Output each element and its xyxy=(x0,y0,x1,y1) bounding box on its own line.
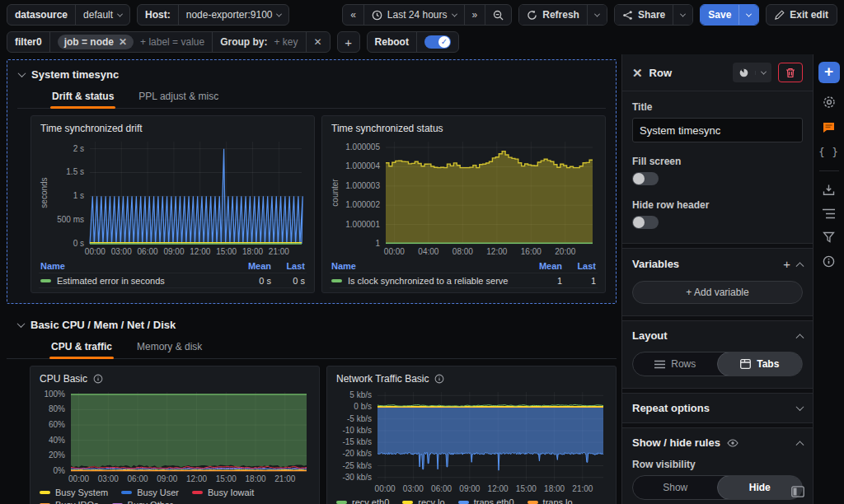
panel-time-synchronized-drift[interactable]: Time synchronized drift 00:0003:0006:000… xyxy=(30,115,315,293)
save-dropdown[interactable] xyxy=(738,5,758,25)
fill-screen-toggle[interactable] xyxy=(632,172,659,185)
layout-tabs-option[interactable]: Tabs xyxy=(717,352,804,376)
visibility-show-option[interactable]: Show xyxy=(633,476,718,499)
info-circle-icon[interactable] xyxy=(823,255,835,268)
panel-network-traffic-basic[interactable]: Network Traffic Basic 00:0003:0006:0009:… xyxy=(326,366,617,504)
status-chart[interactable]: 00:0004:0008:0012:0016:0020:0011.0000011… xyxy=(330,137,598,257)
legend-item[interactable]: Busy Iowait xyxy=(192,488,254,497)
legend-item[interactable]: recv lo xyxy=(402,497,444,504)
clear-filters-button[interactable]: ✕ xyxy=(307,32,330,52)
add-variable-button[interactable]: + Add variable xyxy=(632,281,803,304)
time-back-button[interactable]: « xyxy=(343,5,364,25)
reboot-toggle[interactable] xyxy=(424,35,451,49)
legend-item[interactable]: recv eth0 xyxy=(336,497,389,504)
row-system-timesync[interactable]: System timesync Drift & status PPL adjus… xyxy=(7,59,617,304)
svg-text:-5 kb/s: -5 kb/s xyxy=(347,414,372,423)
layout-rows-option[interactable]: Rows xyxy=(633,352,718,376)
chevron-up-icon xyxy=(796,441,804,449)
svg-text:0 b/s: 0 b/s xyxy=(354,402,372,411)
time-range-picker[interactable]: Last 24 hours xyxy=(364,5,465,25)
tab-ppl-adjust[interactable]: PPL adjust & misc xyxy=(137,86,220,108)
row-basic-cpu[interactable]: Basic CPU / Mem / Net / Disk CPU & traff… xyxy=(7,315,617,504)
row-title[interactable]: System timesync xyxy=(31,68,119,81)
chevron-up-icon xyxy=(796,334,804,342)
row-collapse-icon[interactable] xyxy=(17,320,26,328)
clock-icon xyxy=(372,10,382,21)
host-picker[interactable]: Host: node-exporter:9100 xyxy=(137,4,289,26)
share-button[interactable]: Share xyxy=(615,5,673,25)
hide-row-header-toggle[interactable] xyxy=(632,216,659,229)
refresh-button[interactable]: Refresh xyxy=(519,5,587,25)
legend-item[interactable]: Busy IRQs xyxy=(40,500,99,504)
show-hide-rules-header[interactable]: Show / hide rules xyxy=(622,428,813,457)
legend-item[interactable]: trans eth0 xyxy=(458,497,514,504)
add-panel-button[interactable]: + xyxy=(818,62,840,83)
legend-col-mean[interactable]: Mean xyxy=(223,261,271,271)
duplicate-button[interactable] xyxy=(733,68,755,78)
json-braces-icon[interactable]: { } xyxy=(818,147,839,158)
chevron-down-icon xyxy=(761,68,767,74)
zoom-out-button[interactable] xyxy=(485,5,511,25)
row-collapse-icon[interactable] xyxy=(18,69,26,77)
panel-title[interactable]: Time synchronized status xyxy=(331,123,598,134)
legend-col-mean[interactable]: Mean xyxy=(514,261,562,271)
collapse-pane-icon[interactable] xyxy=(791,486,804,497)
legend-row[interactable]: Estimated error in seconds 0 s 0 s xyxy=(39,273,307,287)
legend-item[interactable]: Busy System xyxy=(40,488,108,497)
drift-chart[interactable]: 00:0003:0006:0009:0012:0015:0018:0021:00… xyxy=(39,137,307,257)
variables-section-header[interactable]: Variables + xyxy=(622,249,813,279)
comment-icon[interactable] xyxy=(822,121,836,134)
close-pane-icon[interactable]: ✕ xyxy=(632,67,643,79)
outline-list-icon[interactable] xyxy=(823,208,835,219)
panel-time-synchronized-status[interactable]: Time synchronized status 00:0004:0008:00… xyxy=(321,115,606,293)
legend-row[interactable]: Is clock synchronized to a reliable serv… xyxy=(330,273,598,287)
close-icon[interactable]: ✕ xyxy=(119,37,127,47)
visibility-hide-option[interactable]: Hide xyxy=(717,475,804,500)
tab-drift-status[interactable]: Drift & status xyxy=(50,86,115,108)
repeat-options-header[interactable]: Repeat options xyxy=(622,394,813,422)
legend-item[interactable]: Busy User xyxy=(121,488,179,497)
refresh-interval-dropdown[interactable] xyxy=(587,5,607,25)
datasource-picker[interactable]: datasource default xyxy=(7,4,130,26)
settings-gear-icon[interactable] xyxy=(823,96,836,109)
svg-text:1.000002: 1.000002 xyxy=(345,200,380,209)
delete-row-button[interactable] xyxy=(778,63,803,82)
svg-text:-10 kb/s: -10 kb/s xyxy=(342,426,372,435)
tab-cpu-traffic[interactable]: CPU & traffic xyxy=(49,336,114,358)
add-filter-hint[interactable]: + label = value xyxy=(140,36,204,48)
panel-cpu-basic[interactable]: CPU Basic 00:0003:0006:0009:0012:0015:00… xyxy=(30,366,320,504)
exit-edit-button[interactable]: Exit edit xyxy=(766,4,837,26)
row-actions-dropdown[interactable] xyxy=(755,71,771,75)
net-chart[interactable]: 00:0003:0006:0009:0012:0015:0018:0021:00… xyxy=(335,387,608,494)
share-button-group: Share xyxy=(614,4,693,26)
legend-col-name[interactable]: Name xyxy=(331,261,509,271)
legend-col-name[interactable]: Name xyxy=(40,261,218,271)
row-title-input[interactable] xyxy=(632,118,803,142)
legend-row[interactable]: Time offset in between local system and … xyxy=(39,287,307,293)
legend-col-last[interactable]: Last xyxy=(568,261,596,271)
info-icon[interactable] xyxy=(93,374,103,384)
legend-col-last[interactable]: Last xyxy=(277,261,305,271)
panel-title[interactable]: Time synchronized drift xyxy=(40,123,307,134)
cpu-chart[interactable]: 00:0003:0006:0009:0012:0015:0018:0021:00… xyxy=(38,387,312,484)
tab-memory-disk[interactable]: Memory & disk xyxy=(135,336,204,358)
filter-funnel-icon[interactable] xyxy=(823,231,835,243)
legend-item[interactable]: Busy Other xyxy=(112,500,173,504)
layout-section-header[interactable]: Layout xyxy=(622,321,813,350)
save-button[interactable]: Save xyxy=(701,5,738,25)
legend-item[interactable]: trans lo xyxy=(528,497,573,504)
add-variable-icon[interactable]: + xyxy=(783,257,790,271)
host-value[interactable]: node-exporter:9100 xyxy=(179,5,289,25)
export-icon[interactable] xyxy=(823,184,835,196)
datasource-value[interactable]: default xyxy=(76,5,129,25)
groupby-hint[interactable]: + key xyxy=(274,36,298,48)
time-forward-button[interactable]: » xyxy=(465,5,486,25)
info-icon[interactable] xyxy=(434,374,444,384)
legend-row[interactable]: Local clock frequency adjustment 1.00 1.… xyxy=(330,287,598,293)
filter-chip[interactable]: job = node✕ xyxy=(58,35,134,49)
panel-title[interactable]: Network Traffic Basic xyxy=(336,373,429,385)
add-filter-button[interactable]: + xyxy=(337,31,360,53)
share-dropdown[interactable] xyxy=(673,5,692,25)
panel-title[interactable]: CPU Basic xyxy=(40,373,87,385)
row-title[interactable]: Basic CPU / Mem / Net / Disk xyxy=(30,319,176,331)
